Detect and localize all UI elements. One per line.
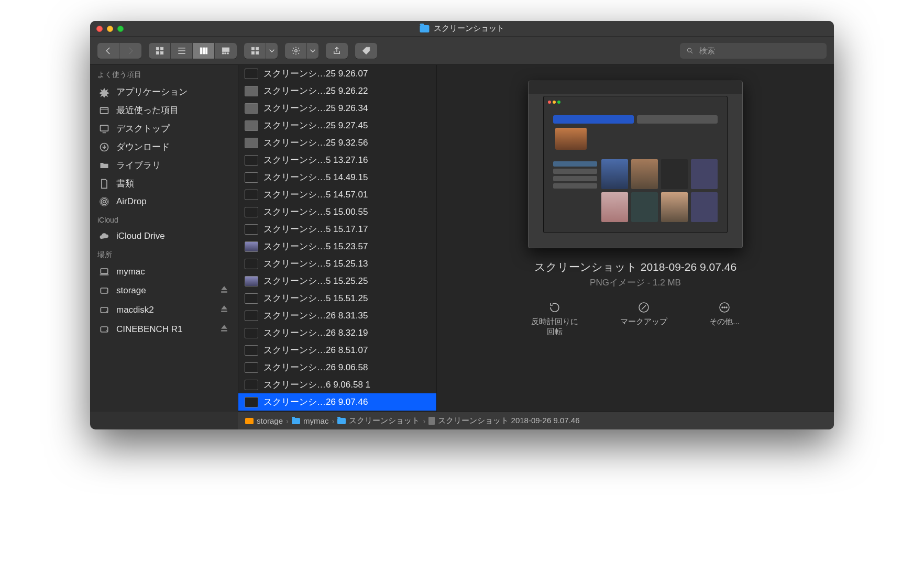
markup-button[interactable]: マークアップ: [620, 301, 667, 327]
column-view-button[interactable]: [193, 43, 215, 59]
file-row[interactable]: スクリーンシ…5 13.27.16: [238, 151, 436, 169]
share-button[interactable]: [326, 43, 348, 59]
path-segment[interactable]: スクリーンショット: [337, 416, 420, 426]
file-row[interactable]: スクリーンシ…26 8.51.07: [238, 341, 436, 359]
disk-icon: [98, 304, 110, 316]
forward-button[interactable]: [119, 43, 141, 59]
path-separator: ›: [286, 416, 289, 425]
sidebar-item[interactable]: デスクトップ: [90, 119, 238, 138]
svg-rect-12: [256, 47, 258, 50]
action-button[interactable]: [285, 43, 318, 59]
file-name: スクリーンシ…5 14.57.01: [263, 189, 368, 201]
file-name: スクリーンシ…25 9.27.45: [263, 119, 368, 131]
file-row[interactable]: スクリーンシ…25 9.26.22: [238, 82, 436, 100]
file-icon: [428, 417, 435, 425]
sidebar-item[interactable]: アプリケーション: [90, 83, 238, 101]
svg-point-25: [106, 291, 107, 292]
more-button[interactable]: その他...: [709, 301, 740, 327]
gear-inner: [285, 43, 307, 59]
file-row[interactable]: スクリーンシ…5 15.23.57: [238, 238, 436, 255]
file-name: スクリーンシ…26 9.06.58: [263, 361, 368, 373]
file-thumbnail-icon: [245, 69, 258, 79]
sidebar-item[interactable]: mymac: [90, 263, 238, 281]
file-row[interactable]: スクリーンシ…26 9.06.58: [238, 359, 436, 376]
svg-rect-6: [205, 48, 207, 54]
toolbar: [90, 37, 834, 65]
list-icon: [177, 46, 186, 56]
eject-icon[interactable]: [219, 284, 229, 297]
file-name: スクリーンシ…26 8.32.19: [263, 327, 368, 339]
file-row[interactable]: スクリーンシ…25 9.27.45: [238, 117, 436, 134]
svg-rect-9: [225, 52, 226, 53]
desktop-icon: [98, 123, 110, 135]
file-row[interactable]: スクリーンシ…26 9.07.46: [238, 393, 436, 411]
path-label: スクリーンショット 2018-09-26 9.07.46: [438, 416, 579, 426]
sidebar-item[interactable]: CINEBENCH R1: [90, 319, 238, 339]
sidebar-item[interactable]: ダウンロード: [90, 138, 238, 156]
path-segment[interactable]: mymac: [292, 416, 328, 425]
sidebar-item[interactable]: 最近使った項目: [90, 101, 238, 119]
file-row[interactable]: スクリーンシ…5 14.57.01: [238, 186, 436, 203]
file-list[interactable]: スクリーンシ…25 9.26.07スクリーンシ…25 9.26.22スクリーンシ…: [238, 65, 437, 412]
sidebar-item[interactable]: iCloud Drive: [90, 227, 238, 245]
sidebar-item-label: ダウンロード: [116, 141, 170, 153]
list-view-button[interactable]: [171, 43, 193, 59]
svg-point-33: [724, 307, 725, 308]
sidebar-item[interactable]: 書類: [90, 174, 238, 193]
eject-icon[interactable]: [219, 323, 229, 336]
gallery-view-button[interactable]: [215, 43, 237, 59]
minimize-button[interactable]: [107, 26, 113, 32]
arrange-button[interactable]: [244, 43, 278, 59]
arrange-inner: [244, 43, 266, 59]
file-row[interactable]: スクリーンシ…5 15.25.13: [238, 255, 436, 272]
sidebar-item-label: mymac: [116, 267, 145, 277]
file-row[interactable]: スクリーンシ…25 9.32.56: [238, 134, 436, 151]
file-thumbnail-icon: [245, 224, 258, 235]
svg-point-27: [106, 311, 107, 312]
svg-rect-4: [200, 48, 202, 54]
file-row[interactable]: スクリーンシ…26 8.31.35: [238, 307, 436, 324]
back-button[interactable]: [97, 43, 119, 59]
tags-button[interactable]: [355, 43, 377, 59]
path-segment[interactable]: スクリーンショット 2018-09-26 9.07.46: [428, 416, 579, 426]
arrange-chevron: [266, 43, 278, 59]
sidebar-item[interactable]: ライブラリ: [90, 156, 238, 174]
file-thumbnail-icon: [245, 138, 258, 148]
preview-thumbnail: [528, 81, 743, 248]
zoom-button[interactable]: [117, 26, 124, 32]
file-row[interactable]: スクリーンシ…25 9.26.07: [238, 65, 436, 82]
search-input[interactable]: [698, 46, 820, 56]
close-button[interactable]: [96, 26, 103, 32]
sidebar-item-label: iCloud Drive: [116, 231, 165, 241]
sidebar-item-label: 書類: [116, 178, 134, 190]
svg-rect-13: [251, 51, 254, 54]
sidebar-item-label: アプリケーション: [116, 86, 188, 98]
sidebar-item-label: デスクトップ: [116, 123, 170, 135]
sidebar-item[interactable]: storage: [90, 281, 238, 300]
file-row[interactable]: スクリーンシ…25 9.26.34: [238, 100, 436, 117]
window-title-text: スクリーンショット: [434, 24, 504, 34]
file-row[interactable]: スクリーンシ…5 15.00.55: [238, 203, 436, 220]
file-row[interactable]: スクリーンシ…5 14.49.15: [238, 169, 436, 186]
file-row[interactable]: スクリーンシ…5 15.51.25: [238, 290, 436, 307]
file-name: スクリーンシ…5 15.51.25: [263, 292, 368, 304]
svg-rect-18: [101, 125, 108, 131]
arrange-icon: [250, 46, 260, 56]
path-segment[interactable]: storage: [245, 416, 283, 425]
eject-icon[interactable]: [219, 303, 229, 316]
search-field[interactable]: [680, 43, 827, 59]
icon-view-button[interactable]: [149, 43, 171, 59]
file-thumbnail-icon: [245, 345, 258, 356]
sidebar-item[interactable]: AirDrop: [90, 193, 238, 211]
doc-icon: [98, 178, 110, 190]
rotate-button[interactable]: 反時計回りに 回転: [531, 301, 578, 337]
path-bar: storage›mymac›スクリーンショット›スクリーンショット 2018-0…: [238, 412, 834, 429]
folder-icon: [292, 418, 300, 424]
sidebar-item[interactable]: macdisk2: [90, 300, 238, 319]
file-row[interactable]: スクリーンシ…26 8.32.19: [238, 324, 436, 341]
sidebar-section-title: 場所: [90, 245, 238, 263]
svg-rect-11: [251, 47, 254, 50]
file-row[interactable]: スクリーンシ…6 9.06.58 1: [238, 376, 436, 393]
file-row[interactable]: スクリーンシ…5 15.25.25: [238, 272, 436, 290]
file-row[interactable]: スクリーンシ…5 15.17.17: [238, 220, 436, 238]
